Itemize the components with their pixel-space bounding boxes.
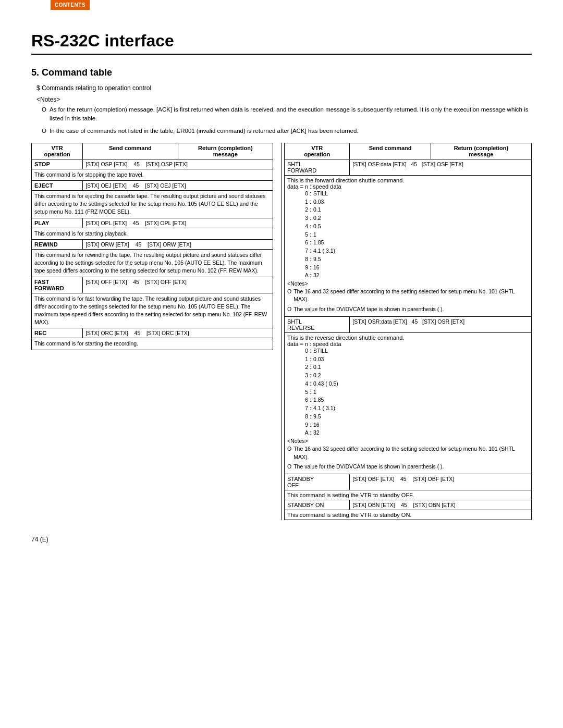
shtl-fwd-notes: <Notes> OThe 16 and 32 speed differ acco… (287, 280, 529, 313)
bullet-1: O (42, 105, 46, 124)
send-shtl-rev: [STX] OSR:data [ETX] 45 [STX] OSR [ETX] (350, 316, 532, 332)
send-stop: [STX] OSP [ETX] 45 [STX] OSP [ETX] (83, 159, 273, 169)
send-rewind: [STX] ORW [ETX] 45 [STX] ORW [ETX] (83, 239, 273, 249)
desc-standby-off: This command is setting the VTR to stand… (285, 490, 532, 500)
send-standby-on: [STX] OBN [ETX] 45 [STX] OBN [ETX] (350, 500, 532, 510)
table-row: This command is for rewinding the tape. … (32, 249, 273, 277)
rth-vtr-op: VTRoperation (285, 143, 350, 159)
op-shtl-rev: SHTLREVERSE (285, 316, 350, 332)
shtl-fwd-intro: This is the forward direction shuttle co… (287, 177, 529, 183)
rth-return: Return (completion)message (431, 143, 531, 159)
shtl-rev-notes: <Notes> OThe 16 and 32 speed differ acco… (287, 437, 529, 471)
shtl-fwd-speed-list: 0 :STILL 1 :0.03 2 :0.1 3 :0.2 4 :0.5 5 … (297, 190, 529, 280)
op-eject: EJECT (32, 180, 83, 190)
op-rec: REC (32, 328, 83, 338)
notes-heading: <Notes> (36, 96, 532, 103)
bullet-2: O (42, 127, 46, 135)
table-row: STOP [STX] OSP [ETX] 45 [STX] OSP [ETX] (32, 159, 273, 169)
table-row: This command is for starting playback. (32, 228, 273, 239)
send-rec: [STX] ORC [ETX] 45 [STX] ORC [ETX] (83, 328, 273, 338)
note-text-1: As for the return (completion) message, … (50, 105, 532, 124)
right-column: VTRoperation Send command Return (comple… (282, 143, 532, 520)
table-row: This command is setting the VTR to stand… (285, 510, 532, 520)
shtl-fwd-data-label: data = n : speed data (287, 183, 529, 190)
op-fastfwd: FASTFORWARD (32, 277, 83, 293)
page-title: RS-232C interface (31, 31, 532, 55)
contents-tab[interactable]: CONTENTS (51, 0, 90, 10)
table-row: This command is for fast forwarding the … (32, 293, 273, 328)
send-play: [STX] OPL [ETX] 45 [STX] OPL [ETX] (83, 218, 273, 228)
op-rewind: REWIND (32, 239, 83, 249)
table-row: This command is setting the VTR to stand… (285, 490, 532, 500)
table-row: STANDBYOFF [STX] OBF [ETX] 45 [STX] OBF … (285, 474, 532, 490)
table-row: REC [STX] ORC [ETX] 45 [STX] ORC [ETX] (32, 328, 273, 338)
table-row: EJECT [STX] OEJ [ETX] 45 [STX] OEJ [ETX] (32, 180, 273, 190)
table-row: FASTFORWARD [STX] OFF [ETX] 45 [STX] OFF… (32, 277, 273, 293)
send-shtl-fwd: [STX] OSF:data [ETX] 45 [STX] OSF [ETX] (350, 159, 532, 175)
desc-stop: This command is for stopping the tape tr… (32, 169, 273, 180)
th-vtr-op: VTRoperation (32, 143, 83, 159)
two-col-layout: VTRoperation Send command Return (comple… (31, 143, 532, 520)
desc-eject: This command is for ejecting the cassett… (32, 190, 273, 218)
table-row: This command is for stopping the tape tr… (32, 169, 273, 180)
desc-fastfwd: This command is for fast forwarding the … (32, 293, 273, 328)
op-play: PLAY (32, 218, 83, 228)
shtl-rev-speed-list: 0 :STILL 1 :0.03 2 :0.1 3 :0.2 4 :0.43 (… (297, 347, 529, 437)
note-item-1: O As for the return (completion) message… (42, 105, 532, 124)
page-footer: 74 (E) (31, 536, 532, 543)
note-text-2: In the case of commands not listed in th… (50, 127, 359, 135)
table-row: REWIND [STX] ORW [ETX] 45 [STX] ORW [ETX… (32, 239, 273, 249)
table-row: SHTLFORWARD [STX] OSF:data [ETX] 45 [STX… (285, 159, 532, 175)
desc-shtl-fwd: This is the forward direction shuttle co… (285, 175, 532, 316)
note-item-2: O In the case of commands not listed in … (42, 127, 532, 135)
table-row: SHTLREVERSE [STX] OSR:data [ETX] 45 [STX… (285, 316, 532, 332)
table-row: This is the reverse direction shuttle co… (285, 332, 532, 474)
send-eject: [STX] OEJ [ETX] 45 [STX] OEJ [ETX] (83, 180, 273, 190)
left-column: VTRoperation Send command Return (comple… (31, 143, 282, 520)
intro-text: $ Commands relating to operation control (36, 84, 532, 92)
desc-rewind: This command is for rewinding the tape. … (32, 249, 273, 277)
send-standby-off: [STX] OBF [ETX] 45 [STX] OBF [ETX] (350, 474, 532, 490)
section-title: 5. Command table (31, 67, 532, 78)
desc-standby-on: This command is setting the VTR to stand… (285, 510, 532, 520)
desc-play: This command is for starting playback. (32, 228, 273, 239)
op-stop: STOP (32, 159, 83, 169)
send-fastfwd: [STX] OFF [ETX] 45 [STX] OFF [ETX] (83, 277, 273, 293)
th-return: Return (completion)message (178, 143, 273, 159)
left-command-table: VTRoperation Send command Return (comple… (31, 143, 273, 350)
table-row: This is the forward direction shuttle co… (285, 175, 532, 316)
table-row: PLAY [STX] OPL [ETX] 45 [STX] OPL [ETX] (32, 218, 273, 228)
th-send: Send command (83, 143, 178, 159)
table-row: This command is for ejecting the cassett… (32, 190, 273, 218)
shtl-rev-intro: This is the reverse direction shuttle co… (287, 335, 529, 341)
right-command-table: VTRoperation Send command Return (comple… (284, 143, 532, 520)
op-standby-on: STANDBY ON (285, 500, 350, 510)
table-row: STANDBY ON [STX] OBN [ETX] 45 [STX] OBN … (285, 500, 532, 510)
shtl-rev-data-label: data = n : speed data (287, 341, 529, 347)
op-standby-off: STANDBYOFF (285, 474, 350, 490)
rth-send: Send command (350, 143, 431, 159)
desc-rec: This command is for starting the recordi… (32, 338, 273, 350)
op-shtl-fwd: SHTLFORWARD (285, 159, 350, 175)
notes-section: <Notes> O As for the return (completion)… (36, 96, 532, 135)
desc-shtl-rev: This is the reverse direction shuttle co… (285, 332, 532, 474)
table-row: This command is for starting the recordi… (32, 338, 273, 350)
